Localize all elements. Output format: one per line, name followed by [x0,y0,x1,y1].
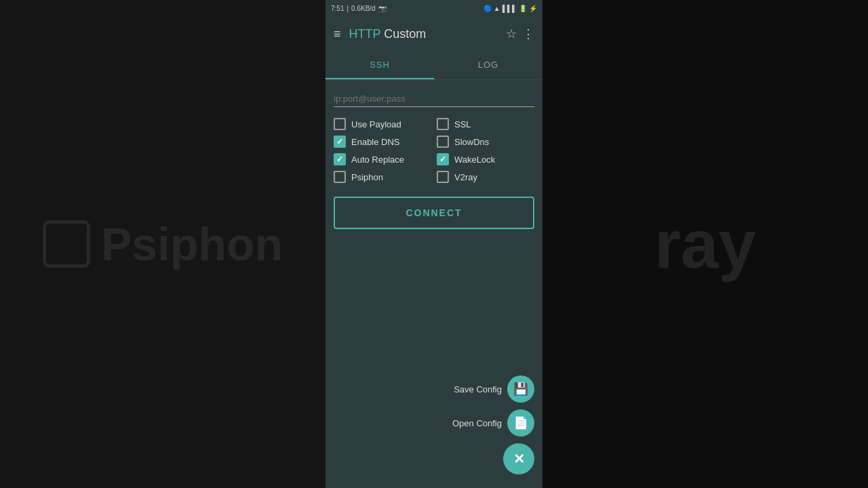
right-background-panel: ray [542,0,868,488]
status-right: 🔵 ▲ ▌▌▌ 🔋 ⚡ [484,5,537,12]
v2ray-item: V2ray [437,171,534,183]
v2ray-checkbox[interactable] [437,171,449,183]
status-network: | [347,5,349,12]
wakelock-item: WakeLock [437,153,534,165]
app-title: HTTP Custom [349,27,498,41]
use-payload-label: Use Payload [351,119,401,129]
use-payload-item: Use Payload [334,118,431,130]
status-data: 0.6KB/d [351,5,376,12]
signal-icon: ▌▌▌ [502,5,517,12]
use-payload-checkbox[interactable] [334,118,346,130]
tab-ssh[interactable]: SSH [326,52,434,79]
enable-dns-checkbox[interactable] [334,136,346,148]
connect-button[interactable]: CONNECT [334,197,534,229]
app-bar: ≡ HTTP Custom ☆ ⋮ [326,16,542,52]
hamburger-icon[interactable]: ≡ [334,27,341,41]
psiphon-icon-bg [43,220,90,268]
vray-text-bg: ray [654,205,756,283]
phone-container: 7:51 | 0.6KB/d 📷 🔵 ▲ ▌▌▌ 🔋 ⚡ ≡ HTTP Cust… [326,0,542,488]
status-left: 7:51 | 0.6KB/d 📷 [331,5,387,12]
open-config-icon: 📄 [513,415,528,430]
app-bar-actions: ☆ ⋮ [506,26,534,41]
app-title-http: HTTP [349,27,381,41]
v2ray-label: V2ray [454,172,477,182]
auto-replace-checkbox[interactable] [334,153,346,165]
camera-icon: 📷 [378,5,387,12]
bluetooth-icon: 🔵 [484,5,492,12]
app-title-custom: Custom [380,27,426,41]
save-config-button[interactable]: 💾 [507,375,534,403]
main-content: Use Payload SSL Enable DNS SlowDns Auto … [326,80,542,488]
status-bar: 7:51 | 0.6KB/d 📷 🔵 ▲ ▌▌▌ 🔋 ⚡ [326,0,542,16]
slowdns-label: SlowDns [454,137,489,147]
star-icon[interactable]: ☆ [506,26,517,41]
fab-container: Save Config 💾 Open Config 📄 ✕ [452,375,534,474]
ssl-label: SSL [454,119,471,129]
auto-replace-item: Auto Replace [334,153,431,165]
left-background-panel: Psiphon [0,0,326,488]
wakelock-label: WakeLock [454,155,495,165]
more-icon[interactable]: ⋮ [522,26,534,41]
tab-bar: SSH LOG [326,52,542,80]
charging-icon: ⚡ [529,5,537,12]
fab-close-button[interactable]: ✕ [503,443,534,474]
auto-replace-label: Auto Replace [351,155,404,165]
enable-dns-item: Enable DNS [334,136,431,148]
psiphon-item: Psiphon [334,171,431,183]
open-config-label: Open Config [452,418,502,428]
wakelock-checkbox[interactable] [437,153,449,165]
enable-dns-label: Enable DNS [351,137,400,147]
wifi-icon: ▲ [494,5,500,12]
open-config-button[interactable]: 📄 [507,409,534,436]
checkboxes-grid: Use Payload SSL Enable DNS SlowDns Auto … [334,118,534,183]
psiphon-checkbox[interactable] [334,171,346,183]
slowdns-item: SlowDns [437,136,534,148]
psiphon-label: Psiphon [351,172,383,182]
ssl-item: SSL [437,118,534,130]
tab-log[interactable]: LOG [434,52,542,79]
status-time: 7:51 [331,5,344,12]
save-config-label: Save Config [454,384,502,394]
battery-icon: 🔋 [519,5,527,12]
save-config-item: Save Config 💾 [454,375,534,403]
psiphon-text-bg: Psiphon [101,218,283,270]
open-config-item: Open Config 📄 [452,409,534,436]
save-config-icon: 💾 [513,382,528,396]
server-input[interactable] [334,91,534,107]
ssl-checkbox[interactable] [437,118,449,130]
close-icon: ✕ [513,451,525,467]
psiphon-logo-bg: Psiphon [43,218,283,270]
slowdns-checkbox[interactable] [437,136,449,148]
